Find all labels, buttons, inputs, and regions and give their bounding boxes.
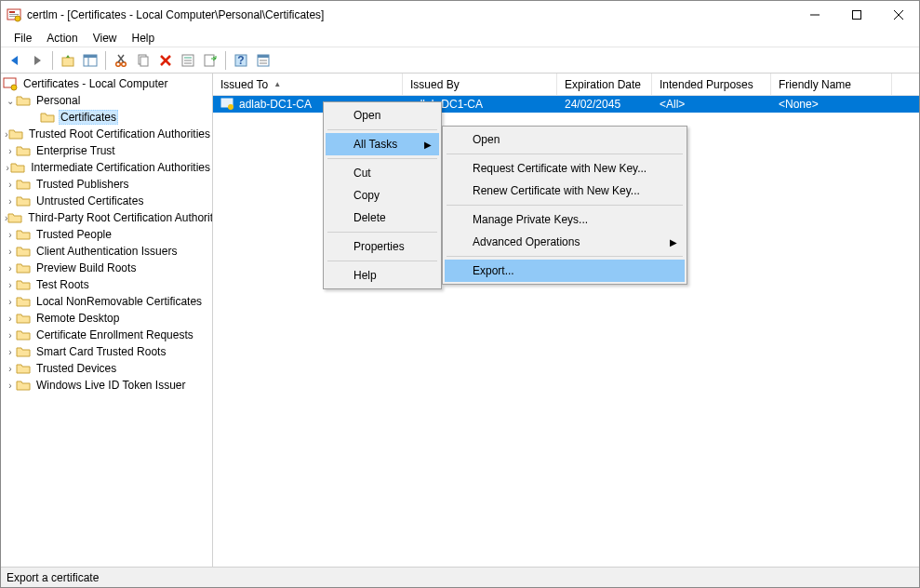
properties-button[interactable] xyxy=(178,50,198,71)
tree-root[interactable]: Certificates - Local Computer xyxy=(1,75,212,92)
caret-right-icon[interactable]: › xyxy=(5,196,16,207)
tree-item[interactable]: ›Client Authentication Issuers xyxy=(1,243,212,260)
svg-text:?: ? xyxy=(237,54,244,67)
folder-icon xyxy=(16,361,31,376)
help-button[interactable]: ? xyxy=(231,50,251,71)
up-button[interactable] xyxy=(58,50,78,71)
ctx-open[interactable]: Open xyxy=(326,104,439,127)
ctx2-renew-new-key[interactable]: Renew Certificate with New Key... xyxy=(445,180,685,202)
menu-help[interactable]: Help xyxy=(125,30,163,47)
close-button[interactable] xyxy=(877,1,919,29)
svg-rect-2 xyxy=(9,14,19,15)
tree-item[interactable]: ›Trusted Root Certification Authorities xyxy=(1,126,212,142)
caret-right-icon[interactable]: › xyxy=(5,297,16,307)
ctx-cut[interactable]: Cut xyxy=(326,162,439,184)
tree-item-label: Windows Live ID Token Issuer xyxy=(34,379,188,392)
tree-root-label: Certificates - Local Computer xyxy=(21,77,169,90)
caret-right-icon[interactable]: › xyxy=(5,364,16,374)
tree-item[interactable]: ›Trusted Publishers xyxy=(1,176,212,193)
folder-icon xyxy=(16,177,31,192)
ctx2-open[interactable]: Open xyxy=(445,128,685,151)
delete-button[interactable] xyxy=(155,50,176,71)
main-area: Certificates - Local Computer ⌄ Personal… xyxy=(1,74,919,567)
svg-rect-29 xyxy=(258,55,269,58)
ctx-properties[interactable]: Properties xyxy=(326,235,439,258)
col-issued-to[interactable]: Issued To▲ xyxy=(213,74,403,95)
tree-item-label: Trusted Devices xyxy=(34,362,118,375)
list-pane[interactable]: Issued To▲ Issued By Expiration Date Int… xyxy=(213,74,919,567)
tree-item[interactable]: ›Preview Build Roots xyxy=(1,260,212,276)
tree-item[interactable]: ›Smart Card Trusted Roots xyxy=(1,343,212,360)
tree-personal[interactable]: ⌄ Personal xyxy=(1,92,212,109)
ctx-delete[interactable]: Delete xyxy=(326,207,439,229)
caret-right-icon[interactable]: › xyxy=(5,146,16,156)
toolbar: ? xyxy=(1,47,919,74)
svg-point-13 xyxy=(116,61,121,66)
caret-right-icon[interactable]: › xyxy=(5,330,16,341)
tree-item-label: Third-Party Root Certification Authoriti… xyxy=(26,211,213,224)
svg-point-14 xyxy=(122,61,127,66)
folder-icon xyxy=(10,160,25,175)
export-list-button[interactable] xyxy=(200,50,220,71)
forward-button[interactable] xyxy=(27,50,47,71)
menu-file[interactable]: File xyxy=(7,30,39,47)
minimize-button[interactable] xyxy=(793,1,835,29)
caret-right-icon[interactable]: › xyxy=(5,263,16,274)
tree-item-label: Test Roots xyxy=(34,278,91,291)
ctx2-request-new-key[interactable]: Request Certificate with New Key... xyxy=(445,157,685,180)
list-header: Issued To▲ Issued By Expiration Date Int… xyxy=(213,74,919,96)
tree-item[interactable]: ›Certificate Enrollment Requests xyxy=(1,327,212,343)
ctx-all-tasks[interactable]: All Tasks▶ xyxy=(326,133,439,155)
tree-item[interactable]: ›Third-Party Root Certification Authorit… xyxy=(1,209,212,226)
tree-personal-certificates[interactable]: Certificates xyxy=(1,109,212,126)
tree-item[interactable]: ›Trusted Devices xyxy=(1,360,212,377)
tree-item-label: Untrusted Certificates xyxy=(34,194,145,207)
tree-item[interactable]: ›Intermediate Certification Authorities xyxy=(1,159,212,176)
caret-right-icon[interactable]: › xyxy=(5,314,16,324)
options-button[interactable] xyxy=(253,50,273,71)
tree-item[interactable]: ›Windows Live ID Token Issuer xyxy=(1,377,212,394)
tree-item-label: Intermediate Certification Authorities xyxy=(29,161,212,174)
folder-icon xyxy=(7,210,22,225)
back-button[interactable] xyxy=(5,50,25,71)
list-row[interactable]: adlab-DC1-CA adlab-DC1-CA 24/02/2045 <Al… xyxy=(213,96,919,113)
folder-icon xyxy=(16,327,31,342)
tree-item[interactable]: ›Test Roots xyxy=(1,276,212,293)
menu-divider xyxy=(327,129,437,130)
caret-right-icon[interactable]: › xyxy=(5,247,16,257)
col-expiration[interactable]: Expiration Date xyxy=(557,74,652,95)
tree-item[interactable]: ›Enterprise Trust xyxy=(1,142,212,159)
status-text: Export a certificate xyxy=(7,571,99,584)
col-purposes[interactable]: Intended Purposes xyxy=(652,74,771,95)
folder-icon xyxy=(8,127,23,141)
tree-item[interactable]: ›Local NonRemovable Certificates xyxy=(1,293,212,310)
svg-rect-1 xyxy=(9,11,15,13)
caret-right-icon[interactable]: › xyxy=(5,381,16,391)
tree-item[interactable]: ›Untrusted Certificates xyxy=(1,193,212,209)
ctx2-export[interactable]: Export... xyxy=(445,260,685,282)
copy-button[interactable] xyxy=(133,50,153,71)
tree-pane[interactable]: Certificates - Local Computer ⌄ Personal… xyxy=(1,74,213,567)
svg-point-33 xyxy=(11,85,17,90)
caret-right-icon[interactable]: › xyxy=(5,230,16,240)
menu-action[interactable]: Action xyxy=(39,30,85,47)
ctx2-advanced-ops[interactable]: Advanced Operations▶ xyxy=(445,231,685,253)
tree-item[interactable]: ›Trusted People xyxy=(1,226,212,243)
col-issued-by[interactable]: Issued By xyxy=(403,74,557,95)
menu-view[interactable]: View xyxy=(86,30,125,47)
col-friendly[interactable]: Friendly Name xyxy=(771,74,892,95)
context-submenu-all-tasks: Open Request Certificate with New Key...… xyxy=(442,126,687,285)
folder-icon xyxy=(16,277,31,292)
caret-right-icon[interactable]: › xyxy=(5,347,16,357)
caret-right-icon[interactable]: › xyxy=(5,280,16,290)
show-hide-tree-button[interactable] xyxy=(80,50,100,71)
caret-down-icon[interactable]: ⌄ xyxy=(5,96,16,106)
cut-button[interactable] xyxy=(111,50,131,71)
caret-right-icon[interactable]: › xyxy=(5,180,16,190)
tree-item[interactable]: ›Remote Desktop xyxy=(1,310,212,327)
maximize-button[interactable] xyxy=(835,1,877,29)
ctx2-manage-keys[interactable]: Manage Private Keys... xyxy=(445,208,685,231)
folder-icon xyxy=(16,227,31,242)
ctx-copy[interactable]: Copy xyxy=(326,184,439,207)
ctx-help[interactable]: Help xyxy=(326,264,439,287)
